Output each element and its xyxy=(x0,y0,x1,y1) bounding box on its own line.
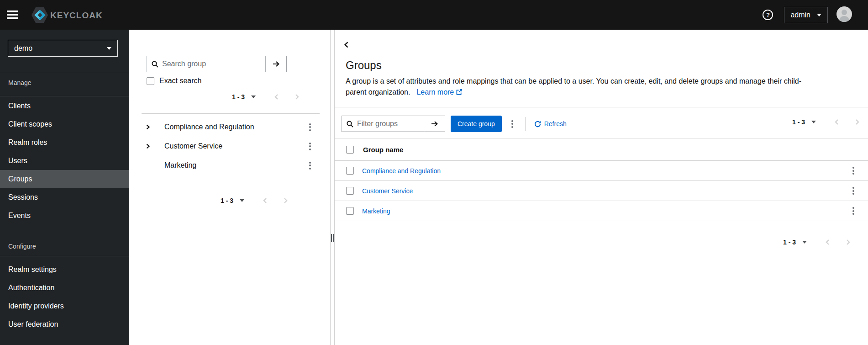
divider xyxy=(142,113,320,114)
select-all-checkbox[interactable] xyxy=(346,146,354,154)
tree-item-compliance-and-regulation[interactable]: Compliance and Regulation xyxy=(129,117,330,137)
chevron-right-icon xyxy=(295,94,300,100)
group-link[interactable]: Marketing xyxy=(362,207,390,215)
table-row: Compliance and Regulation xyxy=(335,161,868,181)
pagination-options-caret-icon[interactable] xyxy=(251,96,256,98)
pagination-range: 1 - 3 xyxy=(221,197,233,204)
chevron-down-icon xyxy=(817,14,821,16)
learn-more-link[interactable]: Learn more xyxy=(416,88,462,96)
sidebar-item-clients[interactable]: Clients xyxy=(0,97,129,115)
chevron-right-icon xyxy=(846,239,851,245)
exact-search-label: Exact search xyxy=(159,77,201,85)
chevron-down-icon xyxy=(107,47,111,50)
user-menu-dropdown[interactable]: admin xyxy=(784,7,828,23)
group-tree: Compliance and Regulation Customer Servi… xyxy=(129,117,330,175)
row-kebab-menu-icon[interactable] xyxy=(851,185,856,196)
pagination-range: 1 - 3 xyxy=(783,239,796,246)
tree-item-marketing[interactable]: Marketing xyxy=(129,156,330,175)
collapse-panel-button[interactable] xyxy=(342,40,350,51)
chevron-left-icon xyxy=(263,197,268,204)
svg-text:KEYCLOAK: KEYCLOAK xyxy=(50,11,103,20)
previous-page-button[interactable] xyxy=(262,196,268,205)
expand-chevron-icon[interactable] xyxy=(146,143,155,149)
tree-item-label: Customer Service xyxy=(164,142,222,150)
chevron-left-icon xyxy=(343,41,349,48)
pagination-range: 1 - 3 xyxy=(232,93,245,101)
row-kebab-menu-icon[interactable] xyxy=(851,165,856,176)
chevron-left-icon xyxy=(274,94,279,100)
table-row: Marketing xyxy=(335,201,868,221)
chevron-right-icon xyxy=(283,197,288,204)
groups-main-panel: Groups A group is a set of attributes an… xyxy=(335,30,868,345)
sidebar-item-realm-settings[interactable]: Realm settings xyxy=(0,260,129,279)
sidebar-item-users[interactable]: Users xyxy=(0,152,129,170)
kebab-menu-icon[interactable] xyxy=(307,141,313,152)
refresh-icon xyxy=(534,121,541,127)
page-title: Groups xyxy=(346,59,382,72)
sidebar-item-authentication[interactable]: Authentication xyxy=(0,279,129,297)
divider xyxy=(0,256,129,256)
previous-page-button[interactable] xyxy=(833,118,840,126)
refresh-button[interactable]: Refresh xyxy=(534,120,567,127)
next-page-button[interactable] xyxy=(294,93,300,101)
exact-search-checkbox[interactable] xyxy=(147,77,154,85)
sidebar-item-identity-providers[interactable]: Identity providers xyxy=(0,297,129,315)
tree-item-customer-service[interactable]: Customer Service xyxy=(129,137,330,156)
chevron-left-icon xyxy=(825,239,830,245)
sidebar-item-groups[interactable]: Groups xyxy=(0,170,129,188)
groups-table: Group name Compliance and Regulation Cus… xyxy=(335,138,868,221)
row-checkbox[interactable] xyxy=(346,187,354,195)
pagination-options-caret-icon[interactable] xyxy=(811,121,816,123)
divider xyxy=(525,117,526,131)
exact-search-control: Exact search xyxy=(147,77,201,85)
search-icon xyxy=(147,56,158,72)
kebab-menu-icon[interactable] xyxy=(307,160,313,171)
previous-page-button[interactable] xyxy=(824,238,831,246)
sidebar-item-realm-roles[interactable]: Realm roles xyxy=(0,133,129,152)
kebab-menu-icon[interactable] xyxy=(307,122,313,133)
panel-resize-splitter[interactable] xyxy=(330,30,335,345)
realm-name: demo xyxy=(14,44,32,53)
filter-groups-group xyxy=(342,116,445,132)
table-pagination-top: 1 - 3 xyxy=(792,118,861,126)
external-link-icon xyxy=(456,89,462,95)
divider xyxy=(0,96,129,96)
sidebar-item-client-scopes[interactable]: Client scopes xyxy=(0,115,129,133)
sidebar-item-user-federation[interactable]: User federation xyxy=(0,315,129,334)
row-checkbox[interactable] xyxy=(346,207,354,215)
realm-selector[interactable]: demo xyxy=(8,40,118,57)
tree-item-label: Marketing xyxy=(164,161,196,170)
search-group-input[interactable] xyxy=(158,56,265,72)
refresh-label: Refresh xyxy=(544,120,567,127)
masthead: KEYCLOAK ? admin xyxy=(0,0,868,30)
help-icon[interactable]: ? xyxy=(763,10,773,20)
divider xyxy=(335,107,868,107)
pagination-options-caret-icon[interactable] xyxy=(240,199,244,202)
previous-page-button[interactable] xyxy=(273,93,280,101)
row-kebab-menu-icon[interactable] xyxy=(851,205,856,217)
filter-submit-button[interactable] xyxy=(424,116,445,132)
chevron-right-icon xyxy=(855,119,860,125)
create-group-button[interactable]: Create group xyxy=(451,116,502,132)
divider xyxy=(0,72,129,72)
toolbar-kebab-menu-icon[interactable] xyxy=(510,118,515,130)
next-page-button[interactable] xyxy=(282,196,289,205)
next-page-button[interactable] xyxy=(845,238,852,246)
filter-groups-input[interactable] xyxy=(353,116,424,132)
group-link[interactable]: Customer Service xyxy=(362,187,413,195)
group-link[interactable]: Compliance and Regulation xyxy=(362,167,441,175)
hamburger-menu-icon[interactable] xyxy=(7,11,18,19)
next-page-button[interactable] xyxy=(854,118,861,126)
search-icon xyxy=(342,116,353,132)
tree-item-label: Compliance and Regulation xyxy=(164,123,254,131)
table-header-row: Group name xyxy=(335,138,868,161)
sidebar-item-events[interactable]: Events xyxy=(0,207,129,225)
row-checkbox[interactable] xyxy=(346,167,354,175)
username: admin xyxy=(790,11,810,19)
sidebar-item-sessions[interactable]: Sessions xyxy=(0,188,129,207)
pagination-options-caret-icon[interactable] xyxy=(802,241,807,244)
search-submit-button[interactable] xyxy=(265,56,286,72)
avatar[interactable] xyxy=(836,6,852,24)
expand-chevron-icon[interactable] xyxy=(146,124,155,130)
arrow-right-icon xyxy=(431,121,438,127)
